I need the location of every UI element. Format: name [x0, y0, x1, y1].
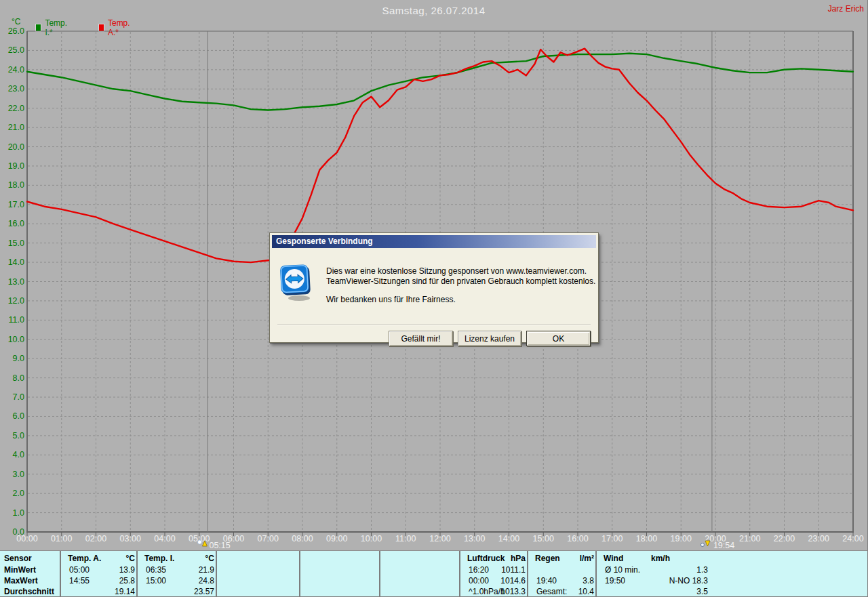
footer-column-empty	[216, 551, 299, 597]
footer-cell: 1011.1	[463, 565, 526, 575]
svg-text:23:00: 23:00	[808, 534, 829, 543]
svg-text:6.0: 6.0	[13, 411, 24, 421]
sunrise-time-label: 05:15	[209, 541, 230, 550]
svg-text:03:00: 03:00	[120, 534, 141, 543]
svg-text:4.0: 4.0	[13, 450, 24, 459]
svg-text:2.0: 2.0	[13, 489, 24, 498]
svg-text:22.0: 22.0	[8, 104, 24, 113]
svg-text:14:00: 14:00	[498, 534, 519, 543]
svg-text:23.0: 23.0	[8, 84, 24, 94]
svg-text:12.0: 12.0	[8, 296, 24, 306]
svg-text:15:00: 15:00	[533, 534, 554, 543]
dialog-body: Dies war eine kostenlose Sitzung gespons…	[272, 248, 596, 341]
footer-column-luftdruck: LuftdruckhPa16:201011.100:001014.6^1.0hP…	[459, 551, 527, 597]
footer-cell: 3.8	[531, 576, 594, 586]
svg-text:17:00: 17:00	[601, 534, 623, 543]
footer-cell: Durchschnitt	[4, 587, 54, 597]
svg-text:24.0: 24.0	[8, 65, 24, 75]
dialog-buttons: Gefällt mir! Lizenz kaufen OK	[389, 331, 591, 346]
footer-cell: 19.14	[64, 587, 135, 597]
footer-cell: 1.3	[599, 565, 708, 575]
svg-text:9.0: 9.0	[13, 354, 24, 363]
footer-cell: Sensor	[4, 554, 32, 564]
footer-cell: 25.8	[64, 576, 135, 586]
svg-text:1.0: 1.0	[13, 508, 24, 518]
dialog-line-1: Dies war eine kostenlose Sitzung gespons…	[326, 266, 595, 276]
weather-app-window: Samstag, 26.07.2014 Jarz Erich °C Temp. …	[0, 0, 868, 597]
footer-column-temp-i: Temp. I.°C06:3521.915:0024.823.57	[136, 551, 216, 597]
svg-text:10:00: 10:00	[361, 534, 382, 543]
svg-text:25.0: 25.0	[8, 45, 24, 55]
svg-text:20.0: 20.0	[8, 142, 24, 152]
svg-text:16.0: 16.0	[8, 219, 24, 228]
svg-text:18:00: 18:00	[636, 534, 657, 543]
footer-cell: N-NO 18.3	[599, 576, 708, 586]
svg-text:14.0: 14.0	[8, 258, 24, 267]
svg-text:01:00: 01:00	[51, 534, 72, 543]
dialog-line-3: Wir bedanken uns für Ihre Fairness.	[326, 295, 595, 305]
svg-text:16:00: 16:00	[567, 534, 588, 543]
svg-text:12:00: 12:00	[429, 534, 450, 543]
svg-text:22:00: 22:00	[774, 534, 795, 543]
dialog-message: Dies war eine kostenlose Sitzung gespons…	[326, 266, 595, 305]
svg-text:10.0: 10.0	[8, 335, 24, 344]
buy-license-button[interactable]: Lizenz kaufen	[458, 331, 521, 346]
svg-text:18.0: 18.0	[8, 180, 24, 190]
svg-text:13:00: 13:00	[464, 534, 485, 543]
svg-text:21.0: 21.0	[8, 123, 24, 132]
sunset-icon	[705, 541, 710, 546]
footer-cell: 1013.3	[463, 587, 526, 597]
teamviewer-logo-icon	[279, 264, 313, 302]
svg-text:09:00: 09:00	[326, 534, 347, 543]
svg-text:00:00: 00:00	[16, 534, 37, 543]
svg-text:11:00: 11:00	[395, 534, 416, 543]
footer-column-regen: Regenl/m²19:403.8Gesamt:10.4	[527, 551, 595, 597]
svg-text:3.0: 3.0	[13, 470, 24, 479]
sunrise-icon	[197, 540, 201, 544]
svg-text:15.0: 15.0	[8, 239, 24, 248]
footer-cell: 13.9	[64, 565, 135, 575]
sensor-summary-table: SensorMinWertMaxWertDurchschnittTemp. A.…	[0, 550, 868, 597]
footer-cell: 23.57	[140, 587, 214, 597]
svg-text:02:00: 02:00	[85, 534, 106, 543]
ok-button[interactable]: OK	[526, 331, 591, 346]
svg-text:21:00: 21:00	[739, 534, 760, 543]
sunset-time-label: 19:54	[713, 541, 734, 550]
svg-text:7.0: 7.0	[13, 392, 24, 402]
footer-column-empty	[299, 551, 379, 597]
svg-text:13.0: 13.0	[8, 277, 24, 287]
footer-column-labels: SensorMinWertMaxWertDurchschnitt	[0, 551, 60, 597]
footer-cell: °C	[140, 554, 214, 564]
footer-cell: hPa	[463, 554, 526, 564]
footer-cell: MinWert	[4, 565, 36, 575]
footer-column-wind: Windkm/hØ 10 min.1.319:50N-NO 18.33.5	[595, 551, 868, 597]
footer-cell: 21.9	[140, 565, 214, 575]
dialog-title-text: Gesponserte Verbindung	[276, 236, 373, 246]
like-button[interactable]: Gefällt mir!	[389, 331, 453, 346]
svg-text:5.0: 5.0	[13, 431, 24, 440]
svg-text:26.0: 26.0	[8, 26, 24, 36]
svg-text:19.0: 19.0	[8, 161, 24, 171]
svg-text:17.0: 17.0	[8, 200, 24, 209]
footer-cell: l/m²	[531, 554, 594, 564]
footer-cell: °C	[64, 554, 135, 564]
footer-cell: MaxWert	[4, 576, 38, 586]
dialog-line-2: TeamViewer-Sitzungen sind für den privat…	[326, 276, 595, 287]
svg-text:24:00: 24:00	[842, 534, 863, 543]
svg-text:08:00: 08:00	[292, 534, 313, 543]
teamviewer-sponsored-dialog: Gesponserte Verbindung Dies war eine kos…	[269, 232, 599, 343]
dialog-titlebar[interactable]: Gesponserte Verbindung	[272, 235, 596, 248]
footer-column-empty	[379, 551, 459, 597]
footer-cell: 10.4	[531, 587, 594, 597]
svg-text:07:00: 07:00	[258, 534, 279, 543]
dialog-separator	[277, 324, 591, 325]
footer-cell: 24.8	[140, 576, 214, 586]
svg-text:04:00: 04:00	[154, 534, 175, 543]
sunset-icon	[701, 543, 704, 547]
footer-cell: km/h	[599, 554, 670, 564]
svg-text:8.0: 8.0	[13, 373, 24, 383]
footer-cell: 3.5	[599, 587, 708, 597]
footer-column-temp-a: Temp. A.°C05:0013.914:5525.819.14	[60, 551, 136, 597]
svg-text:11.0: 11.0	[9, 315, 24, 325]
footer-cell: 1014.6	[463, 576, 526, 586]
